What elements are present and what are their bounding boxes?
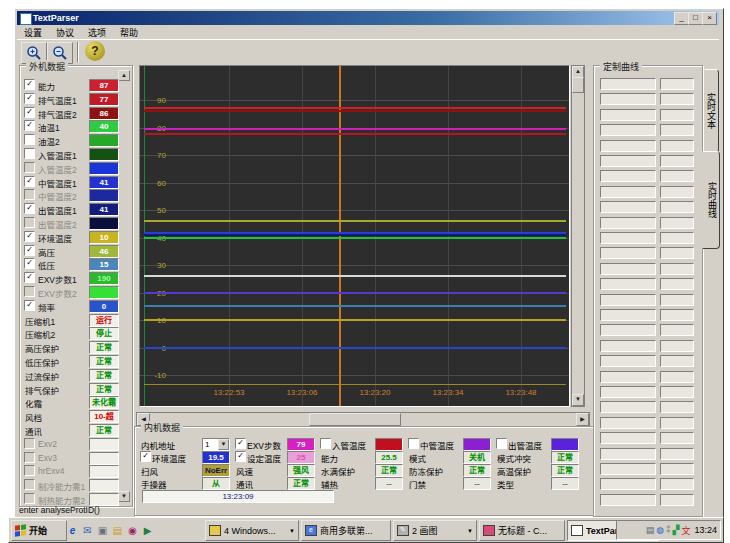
checkbox[interactable]: ✓ xyxy=(24,120,35,131)
custom-curve-slot[interactable] xyxy=(600,371,656,383)
checkbox[interactable]: ✓ xyxy=(235,451,246,462)
custom-curve-value[interactable] xyxy=(660,401,694,413)
hscroll-right-arrow[interactable]: ▶ xyxy=(576,413,589,426)
custom-curve-slot[interactable] xyxy=(600,109,656,121)
custom-curve-value[interactable] xyxy=(660,340,694,352)
custom-curve-slot[interactable] xyxy=(600,155,656,167)
chart-vscrollbar[interactable]: ▲ ▼ xyxy=(571,65,585,407)
custom-curve-slot[interactable] xyxy=(600,386,656,398)
checkbox[interactable]: ✓ xyxy=(24,300,35,311)
scanner-icon[interactable]: ⁑ xyxy=(666,525,671,535)
indoor-address-select[interactable]: 1▼ xyxy=(202,438,230,451)
checkbox[interactable] xyxy=(320,438,331,449)
hscroll-thumb[interactable] xyxy=(309,413,401,426)
custom-curve-value[interactable] xyxy=(660,324,694,336)
chart-hscrollbar[interactable]: ◀ ▶ xyxy=(136,412,590,427)
checkbox[interactable]: ✓ xyxy=(24,93,35,104)
title-bar[interactable]: TextParser _ □ × xyxy=(17,11,719,25)
custom-curve-slot[interactable] xyxy=(600,294,656,306)
custom-curve-value[interactable] xyxy=(660,93,694,105)
taskbar-button-1[interactable]: e商用多联第... xyxy=(301,520,391,541)
custom-curve-value[interactable] xyxy=(660,124,694,136)
custom-curve-value[interactable] xyxy=(660,247,694,259)
ie-icon[interactable]: e xyxy=(65,523,80,538)
custom-curve-value[interactable] xyxy=(660,186,694,198)
custom-curve-value[interactable] xyxy=(660,478,694,490)
custom-curve-slot[interactable] xyxy=(600,186,656,198)
chevron-down-icon[interactable]: ▼ xyxy=(467,528,473,534)
custom-curve-value[interactable] xyxy=(660,78,694,90)
custom-curve-value[interactable] xyxy=(660,109,694,121)
custom-curve-slot[interactable] xyxy=(600,140,656,152)
custom-curve-slot[interactable] xyxy=(600,263,656,275)
custom-curve-slot[interactable] xyxy=(600,417,656,429)
custom-curve-slot[interactable] xyxy=(600,478,656,490)
custom-curve-value[interactable] xyxy=(660,448,694,460)
menu-item-1[interactable]: 协议 xyxy=(49,26,81,39)
checkbox[interactable] xyxy=(496,438,507,449)
checkbox[interactable]: ✓ xyxy=(24,107,35,118)
media-icon[interactable]: ◉ xyxy=(125,523,140,538)
custom-curve-value[interactable] xyxy=(660,463,694,475)
custom-curve-value[interactable] xyxy=(660,201,694,213)
custom-curve-slot[interactable] xyxy=(600,78,656,90)
custom-curve-value[interactable] xyxy=(660,355,694,367)
vscroll-down-arrow[interactable]: ▼ xyxy=(572,394,584,406)
printer-icon[interactable]: ▤ xyxy=(646,525,655,535)
custom-curve-slot[interactable] xyxy=(600,340,656,352)
custom-curve-slot[interactable] xyxy=(600,309,656,321)
checkbox[interactable]: ✓ xyxy=(24,203,35,214)
minimize-button[interactable]: _ xyxy=(674,12,689,25)
custom-curve-slot[interactable] xyxy=(600,232,656,244)
custom-curve-value[interactable] xyxy=(660,278,694,290)
checkbox[interactable]: ✓ xyxy=(24,79,35,90)
chevron-down-icon[interactable]: ▼ xyxy=(289,528,295,534)
chevron-down-icon[interactable]: ▼ xyxy=(218,439,229,450)
tab-realtime-curve[interactable]: 实时曲线 xyxy=(702,151,720,249)
checkbox[interactable] xyxy=(24,134,35,145)
mail-icon[interactable]: ✉ xyxy=(80,523,95,538)
checkbox[interactable] xyxy=(408,438,419,449)
custom-curve-value[interactable] xyxy=(660,309,694,321)
custom-curve-value[interactable] xyxy=(660,232,694,244)
custom-curve-slot[interactable] xyxy=(600,93,656,105)
checkbox[interactable]: ✓ xyxy=(24,176,35,187)
trend-chart[interactable]: 9080706050403020100-1013:22:5313:23:0613… xyxy=(139,65,570,407)
custom-curve-value[interactable] xyxy=(660,217,694,229)
custom-curve-value[interactable] xyxy=(660,155,694,167)
custom-curve-slot[interactable] xyxy=(600,494,656,506)
checkbox[interactable]: ✓ xyxy=(235,438,246,449)
vscroll-thumb[interactable] xyxy=(572,77,584,93)
custom-curve-value[interactable] xyxy=(660,294,694,306)
restore-button[interactable]: □ xyxy=(688,12,703,25)
custom-curve-slot[interactable] xyxy=(600,463,656,475)
menu-item-0[interactable]: 设置 xyxy=(17,26,49,39)
antivirus-icon[interactable]: ▞ xyxy=(673,525,680,535)
ime-icon[interactable]: 文 xyxy=(681,524,690,537)
custom-curve-value[interactable] xyxy=(660,417,694,429)
custom-curve-slot[interactable] xyxy=(600,355,656,367)
custom-curve-slot[interactable] xyxy=(600,124,656,136)
folder-go-icon[interactable]: ▶ xyxy=(140,523,155,538)
custom-curve-slot[interactable] xyxy=(600,432,656,444)
menu-item-2[interactable]: 选项 xyxy=(81,26,113,39)
taskbar-button-0[interactable]: 4 Windows...▼ xyxy=(205,520,299,541)
custom-curve-value[interactable] xyxy=(660,170,694,182)
custom-curve-value[interactable] xyxy=(660,494,694,506)
custom-curve-value[interactable] xyxy=(660,263,694,275)
notes-icon[interactable]: ▤ xyxy=(110,523,125,538)
messenger-icon[interactable]: ◍ xyxy=(656,525,664,535)
custom-curve-slot[interactable] xyxy=(600,170,656,182)
custom-curve-slot[interactable] xyxy=(600,401,656,413)
custom-curve-value[interactable] xyxy=(660,371,694,383)
custom-curve-value[interactable] xyxy=(660,386,694,398)
custom-curve-slot[interactable] xyxy=(600,448,656,460)
checkbox[interactable]: ✓ xyxy=(24,272,35,283)
tab-realtime-text[interactable]: 实时文本 xyxy=(704,69,719,153)
checkbox[interactable]: ✓ xyxy=(24,258,35,269)
custom-curve-slot[interactable] xyxy=(600,217,656,229)
show-desktop-icon[interactable]: ▣ xyxy=(95,523,110,538)
close-button[interactable]: × xyxy=(702,12,717,25)
checkbox[interactable]: ✓ xyxy=(24,231,35,242)
custom-curve-slot[interactable] xyxy=(600,201,656,213)
